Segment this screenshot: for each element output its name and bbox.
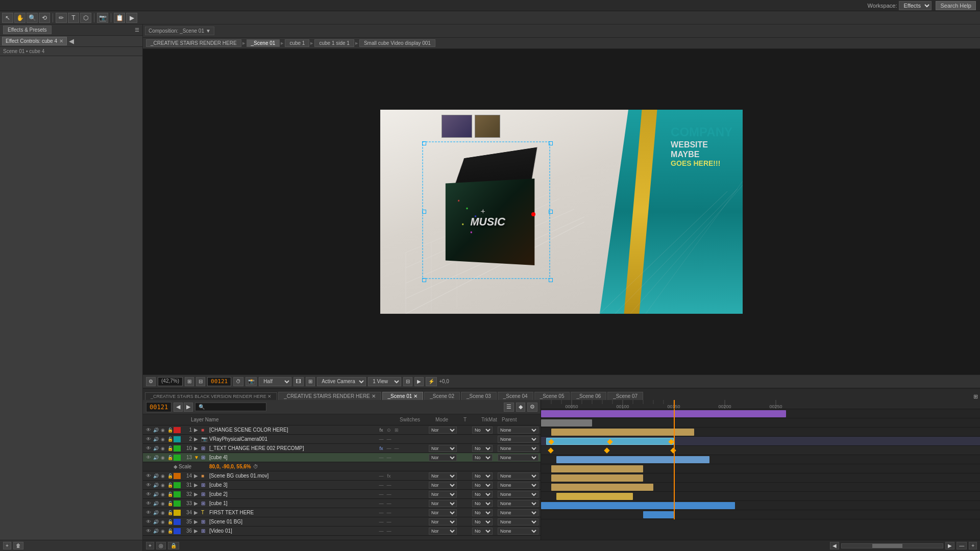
layer-row-34[interactable]: 👁 🔊 ◉ 🔓 34 ▶ T FIRST TEXT HERE — — (143, 508, 541, 517)
lock-icon-2[interactable]: 🔓 (166, 437, 174, 442)
quality-dropdown[interactable]: HalfFullQuarter (259, 377, 291, 386)
parent-1[interactable]: None (498, 427, 538, 434)
layer-row-33[interactable]: 👁 🔊 ◉ 🔓 33 ▶ ⊞ [cube 1] — — Nor (143, 499, 541, 508)
switch-fx-10[interactable]: fx (378, 445, 385, 452)
layer-row-13[interactable]: 👁 🔊 ◉ 🔓 13 ▼ ⊞ [cube 4] — — Nor (143, 453, 541, 462)
audio-icon-32[interactable]: 🔊 (152, 492, 159, 497)
tl-prev-keyframe[interactable]: ◀ (174, 403, 183, 412)
scroll-bar[interactable] (841, 543, 943, 548)
track-row-7[interactable] (541, 473, 980, 483)
lock-icon-10[interactable]: 🔓 (166, 446, 174, 451)
track-row-2[interactable] (541, 418, 980, 428)
scale-stopwatch[interactable]: ⏱ (253, 464, 258, 469)
transform-handle-tr[interactable] (549, 141, 553, 145)
scene-tab-scene06[interactable]: _Scene 06 (571, 392, 606, 400)
audio-icon-14[interactable]: 🔊 (152, 473, 159, 479)
parent-10[interactable]: None (498, 445, 538, 452)
toolbar-btn-select[interactable]: ↖ (2, 13, 13, 23)
scene-tab-scene02[interactable]: _Scene 02 (424, 392, 460, 400)
expand-2[interactable]: ▶ (194, 436, 201, 442)
eye-icon-2[interactable]: 👁 (145, 436, 152, 442)
switch-fx-1[interactable]: fx (378, 427, 385, 434)
sw-34a[interactable]: — (378, 509, 385, 516)
expand-14[interactable]: ▶ (194, 473, 201, 479)
parent-35[interactable]: None (498, 518, 538, 525)
scroll-left-btn[interactable]: ◀ (830, 542, 839, 549)
transform-handle-mr[interactable] (549, 210, 553, 214)
sw-35a[interactable]: — (378, 518, 385, 525)
toolbar-btn-zoom[interactable]: 🔍 (27, 13, 38, 23)
tl-comp-markers-btn[interactable]: ◆ (516, 403, 525, 412)
toolbar-btn-camera[interactable]: 📷 (97, 13, 108, 23)
mode-35[interactable]: Nor (429, 518, 457, 525)
parent-33[interactable]: None (498, 500, 538, 507)
expand-31[interactable]: ▶ (194, 482, 201, 488)
layer-row-32[interactable]: 👁 🔊 ◉ 🔓 32 ▶ ⊞ [cube 2] — — Nor (143, 490, 541, 499)
toolbar-btn-rotate[interactable]: ⟲ (39, 13, 50, 23)
track-row-10[interactable] (541, 501, 980, 510)
mode-34[interactable]: Nor (429, 509, 457, 516)
delete-effect-btn[interactable]: 🗑 (13, 542, 23, 549)
preview-settings-btn[interactable]: ⚙ (146, 377, 156, 386)
view-layout-btn[interactable]: ⊟ (403, 377, 412, 386)
fast-preview-btn[interactable]: ⚡ (426, 377, 437, 386)
eye-icon-14[interactable]: 👁 (145, 473, 152, 479)
solo-icon-32[interactable]: ◉ (159, 492, 166, 497)
layer-row-14[interactable]: 👁 🔊 ◉ 🔓 14 ▶ ■ [Scene BG cubes 01.mov] —… (143, 471, 541, 481)
lock-icon-1[interactable]: 🔓 (166, 428, 174, 433)
solo-icon-14[interactable]: ◉ (159, 473, 166, 479)
mode-36[interactable]: Nor (429, 528, 457, 535)
stopwatch-btn[interactable]: ⏱ (233, 377, 243, 386)
parent-31[interactable]: None (498, 482, 538, 489)
switch-2b[interactable]: — (385, 436, 393, 443)
audio-icon-1[interactable]: 🔊 (152, 428, 159, 433)
scene-tab-black[interactable]: _CREATIVE STAIRS BLACK VERSION RENDER HE… (145, 392, 277, 400)
switch-motion-1[interactable]: ⊙ (385, 427, 393, 434)
expand-10[interactable]: ▶ (194, 445, 201, 451)
switch-2[interactable]: — (378, 436, 385, 443)
track-row-11[interactable] (541, 510, 980, 519)
breadcrumb-item-4[interactable]: Small cube Video display 001 (359, 39, 435, 47)
mode-13[interactable]: Nor (429, 454, 457, 461)
sw-10a[interactable]: — (385, 445, 393, 452)
expand-1[interactable]: ▶ (194, 427, 201, 433)
solo-icon-35[interactable]: ◉ (159, 519, 166, 524)
track-row-3[interactable] (541, 428, 980, 437)
expand-34[interactable]: ▶ (194, 510, 201, 515)
audio-icon-36[interactable]: 🔊 (152, 529, 159, 534)
sw-32a[interactable]: — (378, 491, 385, 498)
new-effect-btn[interactable]: + (3, 542, 11, 549)
preview-toggle-btn[interactable]: ▶ (414, 377, 424, 386)
camera-dropdown[interactable]: Active Camera (317, 377, 366, 386)
lock-icon-13[interactable]: 🔓 (166, 455, 174, 460)
new-layer-btn[interactable]: + (146, 542, 154, 549)
tl-layer-options-btn[interactable]: ⚙ (527, 403, 537, 412)
filmstrip-btn[interactable]: 🎞 (293, 377, 304, 386)
lock-icon-35[interactable]: 🔓 (166, 519, 174, 524)
parent-14[interactable]: None (498, 472, 538, 480)
breadcrumb-item-3[interactable]: cube 1 side 1 (314, 39, 354, 47)
mode-10[interactable]: Nor (429, 445, 457, 452)
layer-row-31[interactable]: 👁 🔊 ◉ 🔓 31 ▶ ⊞ [cube 3] — — Nor (143, 481, 541, 490)
sw-10b[interactable]: — (393, 445, 400, 452)
trk-10[interactable]: No (472, 445, 493, 452)
eye-icon-31[interactable]: 👁 (145, 482, 152, 488)
tl-search-input[interactable] (195, 403, 266, 411)
scale-track-row[interactable] (541, 446, 980, 455)
toolbar-btn-pen[interactable]: ✏ (56, 13, 67, 23)
parent-36[interactable]: None (498, 528, 538, 535)
canvas-container[interactable]: COMPANY WEBSITE MAYBE GOES HERE!!! (143, 49, 980, 374)
eye-icon-36[interactable]: 👁 (145, 528, 152, 534)
tl-layer-view-btn[interactable]: ☰ (504, 403, 514, 412)
breadcrumb-item-2[interactable]: cube 1 (285, 39, 309, 47)
solo-icon-34[interactable]: ◉ (159, 510, 166, 515)
parent-34[interactable]: None (498, 509, 538, 516)
expand-13[interactable]: ▼ (194, 455, 201, 460)
solo-icon-36[interactable]: ◉ (159, 529, 166, 534)
trk-32[interactable]: No (472, 491, 493, 498)
sw-13b[interactable]: — (385, 454, 393, 461)
timecode-display[interactable]: 00121 (207, 377, 231, 386)
cam-icon-btn[interactable]: 📸 (246, 377, 257, 386)
eye-icon-34[interactable]: 👁 (145, 510, 152, 515)
grid2-btn[interactable]: ⊞ (306, 377, 315, 386)
